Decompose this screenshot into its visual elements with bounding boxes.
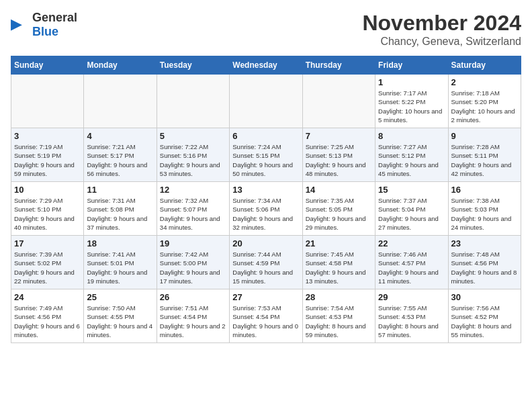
calendar-week-2: 3Sunrise: 7:19 AM Sunset: 5:19 PM Daylig…	[11, 128, 521, 182]
calendar-cell	[157, 75, 229, 128]
day-info: Sunrise: 7:27 AM Sunset: 5:12 PM Dayligh…	[378, 142, 445, 178]
calendar-cell: 16Sunrise: 7:38 AM Sunset: 5:03 PM Dayli…	[448, 182, 521, 236]
day-info: Sunrise: 7:35 AM Sunset: 5:05 PM Dayligh…	[306, 196, 372, 232]
calendar-cell	[84, 75, 157, 128]
day-number: 16	[451, 185, 518, 195]
day-info: Sunrise: 7:48 AM Sunset: 4:56 PM Dayligh…	[451, 250, 518, 285]
calendar-cell: 7Sunrise: 7:25 AM Sunset: 5:13 PM Daylig…	[302, 128, 375, 182]
day-number: 27	[232, 292, 299, 302]
calendar-cell: 6Sunrise: 7:24 AM Sunset: 5:15 PM Daylig…	[230, 128, 302, 182]
calendar-cell: 24Sunrise: 7:49 AM Sunset: 4:56 PM Dayli…	[11, 289, 84, 343]
header-cell-wednesday: Wednesday	[230, 56, 302, 75]
header-cell-monday: Monday	[84, 56, 157, 75]
calendar-cell: 1Sunrise: 7:17 AM Sunset: 5:22 PM Daylig…	[375, 75, 448, 128]
day-number: 21	[306, 238, 372, 248]
day-number: 17	[14, 238, 81, 248]
day-info: Sunrise: 7:49 AM Sunset: 4:56 PM Dayligh…	[14, 304, 81, 339]
calendar-table: SundayMondayTuesdayWednesdayThursdayFrid…	[11, 56, 521, 343]
day-info: Sunrise: 7:28 AM Sunset: 5:11 PM Dayligh…	[451, 142, 518, 178]
day-info: Sunrise: 7:39 AM Sunset: 5:02 PM Dayligh…	[14, 250, 81, 285]
day-number: 28	[306, 292, 372, 302]
calendar-cell: 5Sunrise: 7:22 AM Sunset: 5:16 PM Daylig…	[157, 128, 229, 182]
calendar-cell: 15Sunrise: 7:37 AM Sunset: 5:04 PM Dayli…	[375, 182, 448, 236]
day-number: 20	[232, 238, 299, 248]
day-info: Sunrise: 7:29 AM Sunset: 5:10 PM Dayligh…	[14, 196, 81, 232]
day-info: Sunrise: 7:22 AM Sunset: 5:16 PM Dayligh…	[160, 142, 226, 178]
calendar-cell: 3Sunrise: 7:19 AM Sunset: 5:19 PM Daylig…	[11, 128, 84, 182]
day-info: Sunrise: 7:53 AM Sunset: 4:54 PM Dayligh…	[232, 304, 299, 339]
calendar-cell	[11, 75, 84, 128]
day-number: 6	[232, 131, 299, 141]
day-number: 30	[451, 292, 518, 302]
calendar-body: 1Sunrise: 7:17 AM Sunset: 5:22 PM Daylig…	[11, 75, 521, 343]
header-cell-tuesday: Tuesday	[157, 56, 229, 75]
calendar-cell: 23Sunrise: 7:48 AM Sunset: 4:56 PM Dayli…	[448, 236, 521, 289]
day-info: Sunrise: 7:56 AM Sunset: 4:52 PM Dayligh…	[451, 304, 518, 339]
logo-icon: ▶	[11, 15, 30, 34]
svg-text:▶: ▶	[11, 15, 22, 32]
header-cell-thursday: Thursday	[302, 56, 375, 75]
calendar-week-5: 24Sunrise: 7:49 AM Sunset: 4:56 PM Dayli…	[11, 289, 521, 343]
day-number: 11	[87, 185, 153, 195]
calendar-cell: 22Sunrise: 7:46 AM Sunset: 4:57 PM Dayli…	[375, 236, 448, 289]
day-number: 29	[378, 292, 445, 302]
calendar-cell	[230, 75, 302, 128]
day-info: Sunrise: 7:54 AM Sunset: 4:53 PM Dayligh…	[306, 304, 372, 339]
calendar-cell: 26Sunrise: 7:51 AM Sunset: 4:54 PM Dayli…	[157, 289, 229, 343]
day-number: 26	[160, 292, 226, 302]
day-info: Sunrise: 7:31 AM Sunset: 5:08 PM Dayligh…	[87, 196, 153, 232]
calendar-cell: 2Sunrise: 7:18 AM Sunset: 5:20 PM Daylig…	[448, 75, 521, 128]
day-info: Sunrise: 7:18 AM Sunset: 5:20 PM Dayligh…	[451, 89, 518, 124]
calendar-cell: 25Sunrise: 7:50 AM Sunset: 4:55 PM Dayli…	[84, 289, 157, 343]
calendar-cell: 10Sunrise: 7:29 AM Sunset: 5:10 PM Dayli…	[11, 182, 84, 236]
day-number: 9	[451, 131, 518, 141]
calendar-cell: 12Sunrise: 7:32 AM Sunset: 5:07 PM Dayli…	[157, 182, 229, 236]
calendar-week-4: 17Sunrise: 7:39 AM Sunset: 5:02 PM Dayli…	[11, 236, 521, 289]
calendar-cell: 29Sunrise: 7:55 AM Sunset: 4:53 PM Dayli…	[375, 289, 448, 343]
logo-text-blue: Blue	[32, 25, 58, 38]
day-info: Sunrise: 7:41 AM Sunset: 5:01 PM Dayligh…	[87, 250, 153, 285]
day-info: Sunrise: 7:17 AM Sunset: 5:22 PM Dayligh…	[378, 89, 445, 124]
day-number: 2	[451, 77, 518, 87]
day-number: 13	[232, 185, 299, 195]
header-cell-sunday: Sunday	[11, 56, 84, 75]
calendar-cell	[302, 75, 375, 128]
day-number: 18	[87, 238, 153, 248]
calendar-cell: 27Sunrise: 7:53 AM Sunset: 4:54 PM Dayli…	[230, 289, 302, 343]
main-title: November 2024	[362, 11, 521, 36]
calendar-header-row: SundayMondayTuesdayWednesdayThursdayFrid…	[11, 56, 521, 75]
day-info: Sunrise: 7:50 AM Sunset: 4:55 PM Dayligh…	[87, 304, 153, 339]
day-number: 1	[378, 77, 445, 87]
day-number: 10	[14, 185, 81, 195]
calendar-cell: 18Sunrise: 7:41 AM Sunset: 5:01 PM Dayli…	[84, 236, 157, 289]
header-cell-friday: Friday	[375, 56, 448, 75]
calendar-cell: 30Sunrise: 7:56 AM Sunset: 4:52 PM Dayli…	[448, 289, 521, 343]
day-info: Sunrise: 7:42 AM Sunset: 5:00 PM Dayligh…	[160, 250, 226, 285]
day-info: Sunrise: 7:55 AM Sunset: 4:53 PM Dayligh…	[378, 304, 445, 339]
calendar-cell: 8Sunrise: 7:27 AM Sunset: 5:12 PM Daylig…	[375, 128, 448, 182]
day-info: Sunrise: 7:37 AM Sunset: 5:04 PM Dayligh…	[378, 196, 445, 232]
day-number: 7	[306, 131, 372, 141]
day-number: 19	[160, 238, 226, 248]
day-info: Sunrise: 7:19 AM Sunset: 5:19 PM Dayligh…	[14, 142, 81, 178]
calendar-cell: 13Sunrise: 7:34 AM Sunset: 5:06 PM Dayli…	[230, 182, 302, 236]
day-info: Sunrise: 7:34 AM Sunset: 5:06 PM Dayligh…	[232, 196, 299, 232]
day-info: Sunrise: 7:44 AM Sunset: 4:59 PM Dayligh…	[232, 250, 299, 285]
day-number: 12	[160, 185, 226, 195]
day-number: 5	[160, 131, 226, 141]
header: ▶ General Blue November 2024 Chancy, Gen…	[11, 11, 521, 48]
calendar-week-1: 1Sunrise: 7:17 AM Sunset: 5:22 PM Daylig…	[11, 75, 521, 128]
day-info: Sunrise: 7:45 AM Sunset: 4:58 PM Dayligh…	[306, 250, 372, 285]
title-area: November 2024 Chancy, Geneva, Switzerlan…	[362, 11, 521, 48]
logo-text-general: General	[32, 11, 77, 24]
day-info: Sunrise: 7:21 AM Sunset: 5:17 PM Dayligh…	[87, 142, 153, 178]
day-info: Sunrise: 7:38 AM Sunset: 5:03 PM Dayligh…	[451, 196, 518, 232]
day-info: Sunrise: 7:24 AM Sunset: 5:15 PM Dayligh…	[232, 142, 299, 178]
day-number: 22	[378, 238, 445, 248]
day-number: 3	[14, 131, 81, 141]
day-number: 4	[87, 131, 153, 141]
day-info: Sunrise: 7:32 AM Sunset: 5:07 PM Dayligh…	[160, 196, 226, 232]
calendar-cell: 14Sunrise: 7:35 AM Sunset: 5:05 PM Dayli…	[302, 182, 375, 236]
calendar-cell: 11Sunrise: 7:31 AM Sunset: 5:08 PM Dayli…	[84, 182, 157, 236]
calendar-cell: 21Sunrise: 7:45 AM Sunset: 4:58 PM Dayli…	[302, 236, 375, 289]
